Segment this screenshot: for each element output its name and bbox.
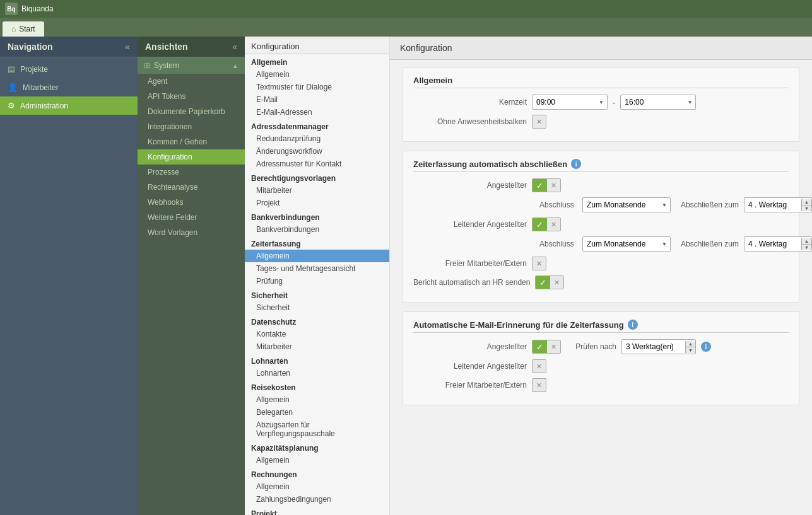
- page-title: Konfiguration: [400, 43, 452, 53]
- kernzeit-to-select[interactable]: 16:00 15:00 17:00 18:00: [620, 95, 696, 110]
- views-item-prozesse[interactable]: Prozesse: [138, 165, 245, 180]
- views-item-dokumente-papierkorb[interactable]: Dokumente Papierkorb: [138, 104, 245, 119]
- config-item-bankverbindungen[interactable]: Bankverbindungen: [245, 223, 389, 236]
- config-section-zeiterfassung: Zeiterfassung: [245, 236, 389, 250]
- kernzeit-label: Kernzeit: [413, 98, 527, 107]
- sidebar-item-mitarbeiter[interactable]: 👤 Mitarbeiter: [0, 78, 138, 96]
- config-item-ze-allgemein[interactable]: Allgemein: [245, 250, 389, 262]
- config-section-datenschutz: Datenschutz: [245, 314, 389, 328]
- views-item-weitere-felder[interactable]: Weitere Felder: [138, 210, 245, 225]
- email-erinnerung-info-icon[interactable]: i: [628, 320, 638, 330]
- config-item-email[interactable]: E-Mail: [245, 93, 389, 106]
- email-freier-label: Freier Mitarbeiter/Extern: [413, 381, 527, 390]
- views-item-agent[interactable]: Agent: [138, 74, 245, 89]
- config-item-rk-abzugsarten[interactable]: Abzugsarten für Verpflegungspauschale: [245, 419, 389, 440]
- views-item-kommen-gehen[interactable]: Kommen / Gehen: [138, 134, 245, 149]
- config-item-textmuster[interactable]: Textmuster für Dialoge: [245, 81, 389, 93]
- prufen-nach-up[interactable]: ▲: [686, 341, 695, 347]
- config-item-lohnarten[interactable]: Lohnarten: [245, 367, 389, 379]
- leitender-x[interactable]: ✕: [547, 218, 560, 231]
- email-angestellter-toggle[interactable]: ✓ ✕: [532, 340, 561, 354]
- leitender-check[interactable]: ✓: [533, 218, 547, 231]
- config-item-anderungsworkflow[interactable]: Änderungsworkflow: [245, 145, 389, 158]
- angestellter-toggle[interactable]: ✓ ✕: [532, 178, 561, 192]
- abschluss1-label: Abschluss: [539, 200, 577, 209]
- werktag1-input[interactable]: [744, 199, 801, 211]
- config-item-rech-zahlungsbedingungen[interactable]: Zahlungsbedingungen: [245, 493, 389, 506]
- prufen-nach-down[interactable]: ▼: [686, 347, 695, 353]
- bericht-hr-toggle[interactable]: ✓ ✕: [535, 275, 564, 289]
- werktag2-spinner: ▲ ▼: [744, 236, 812, 252]
- angestellter-check[interactable]: ✓: [533, 179, 547, 192]
- nav-header: Navigation «: [0, 37, 138, 57]
- sidebar-item-projekte[interactable]: ▤ Projekte: [0, 60, 138, 78]
- werktag2-arrows: ▲ ▼: [801, 238, 811, 250]
- nav-collapse-icon[interactable]: «: [125, 42, 130, 52]
- views-item-webhooks[interactable]: Webhooks: [138, 195, 245, 210]
- angestellter-x[interactable]: ✕: [547, 179, 560, 192]
- config-item-sicherheit[interactable]: Sicherheit: [245, 301, 389, 314]
- werktag2-input[interactable]: [744, 238, 801, 250]
- config-item-adressmuster[interactable]: Adressmuster für Kontakt: [245, 158, 389, 170]
- config-item-ze-prufung[interactable]: Prüfung: [245, 275, 389, 287]
- kernzeit-from-select[interactable]: 09:00 08:00 10:00: [532, 95, 608, 110]
- anwesenheitsbalken-toggle[interactable]: ✕: [532, 115, 546, 129]
- config-item-rk-allgemein[interactable]: Allgemein: [245, 393, 389, 406]
- section-allgemein-title: Allgemein: [413, 76, 789, 88]
- werktag1-up[interactable]: ▲: [802, 199, 811, 205]
- config-item-ze-tages[interactable]: Tages- und Mehrtagesansicht: [245, 262, 389, 275]
- config-item-ds-mitarbeiter[interactable]: Mitarbeiter: [245, 340, 389, 353]
- leitender-toggle[interactable]: ✓ ✕: [532, 217, 561, 231]
- email-angestellter-label: Angestellter: [413, 342, 527, 351]
- title-bar: Bq Biquanda: [0, 0, 812, 18]
- config-item-ds-kontakte[interactable]: Kontakte: [245, 328, 389, 340]
- views-item-api-tokens[interactable]: API Tokens: [138, 89, 245, 104]
- prufen-nach-input[interactable]: [622, 341, 685, 352]
- views-item-word-vorlagen[interactable]: Word Vorlagen: [138, 225, 245, 240]
- freier-mitarbeiter-toggle[interactable]: ✕: [532, 257, 546, 270]
- abschluss1-select-wrapper: Zum Monatsende Zum Quartalsende Zum Jahr…: [582, 197, 671, 212]
- werktag2-up[interactable]: ▲: [802, 238, 811, 245]
- email-leitender-group: Leitender Angestellter ✕: [413, 359, 789, 373]
- email-angestellter-x[interactable]: ✕: [547, 340, 560, 353]
- config-item-kap-allgemein[interactable]: Allgemein: [245, 454, 389, 466]
- abschliessen-zum2-label: Abschließen zum: [676, 240, 739, 248]
- angestellter-group: Angestellter ✓ ✕: [413, 178, 789, 192]
- email-freier-toggle[interactable]: ✕: [532, 378, 546, 392]
- content-header: Konfiguration: [390, 37, 812, 60]
- section-zeiterfassung-title: Zeiterfassung automatisch abschließen i: [413, 159, 789, 172]
- views-collapse-icon[interactable]: «: [232, 42, 237, 52]
- config-item-bv-mitarbeiter[interactable]: Mitarbeiter: [245, 184, 389, 197]
- config-item-rk-belegarten[interactable]: Belegarten: [245, 406, 389, 419]
- app-logo: Bq: [5, 3, 18, 15]
- tab-start-label: Start: [19, 25, 35, 33]
- views-item-integrationen[interactable]: Integrationen: [138, 119, 245, 134]
- abschluss1-select[interactable]: Zum Monatsende Zum Quartalsende Zum Jahr…: [582, 197, 671, 212]
- content-panel: Konfiguration Allgemein Kernzeit 09:00 0…: [390, 37, 812, 515]
- tab-start[interactable]: ⌂ Start: [3, 21, 44, 37]
- werktag2-down[interactable]: ▼: [802, 245, 811, 250]
- config-item-allgemein[interactable]: Allgemein: [245, 68, 389, 81]
- prufen-nach-info-icon[interactable]: i: [701, 342, 711, 352]
- config-item-email-adressen[interactable]: E-Mail-Adressen: [245, 106, 389, 119]
- sidebar-item-administration[interactable]: ⚙ Administration: [0, 96, 138, 115]
- projekte-icon: ▤: [8, 64, 15, 74]
- config-item-redundanzprufung[interactable]: Redundanzprüfung: [245, 132, 389, 145]
- config-item-rech-allgemein[interactable]: Allgemein: [245, 480, 389, 493]
- views-item-konfiguration[interactable]: Konfiguration: [138, 149, 245, 165]
- dash-separator: -: [613, 98, 615, 107]
- werktag1-down[interactable]: ▼: [802, 205, 811, 211]
- chevron-up-icon: ▲: [232, 62, 238, 69]
- views-item-rechteanalyse[interactable]: Rechteanalyse: [138, 180, 245, 195]
- bericht-hr-x[interactable]: ✕: [550, 276, 563, 289]
- email-angestellter-check[interactable]: ✓: [533, 340, 547, 353]
- email-leitender-toggle[interactable]: ✕: [532, 359, 546, 373]
- email-freier-group: Freier Mitarbeiter/Extern ✕: [413, 378, 789, 392]
- config-item-bv-projekt[interactable]: Projekt: [245, 197, 389, 209]
- abschluss2-select[interactable]: Zum Monatsende Zum Quartalsende Zum Jahr…: [582, 236, 671, 252]
- bericht-hr-check[interactable]: ✓: [536, 276, 550, 289]
- sidebar-item-label: Mitarbeiter: [23, 83, 59, 92]
- zeiterfassung-info-icon[interactable]: i: [571, 159, 581, 169]
- kernzeit-from-wrapper: 09:00 08:00 10:00: [532, 95, 608, 110]
- views-group-system[interactable]: ⊞ System ▲: [138, 57, 245, 74]
